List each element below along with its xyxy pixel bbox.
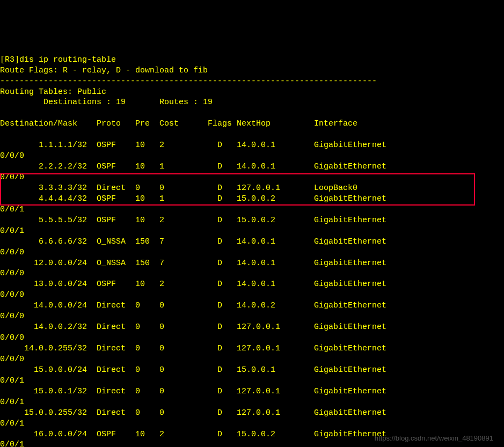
routing-table-body: 1.1.1.1/32 OSPF 10 2 D 14.0.0.1 GigabitE… xyxy=(0,140,504,447)
summary-line: Destinations : 19 Routes : 19 xyxy=(0,98,213,107)
command-line: [R3]dis ip routing-table xyxy=(0,55,116,64)
divider-line: ----------------------------------------… xyxy=(0,77,377,86)
route-flags-legend: Route Flags: R - relay, D - download to … xyxy=(0,66,208,75)
watermark-text: https://blog.csdn.net/weixin_48190891 xyxy=(375,434,493,443)
terminal-output: [R3]dis ip routing-table Route Flags: R … xyxy=(0,43,504,447)
table-title: Routing Tables: Public xyxy=(0,87,106,97)
table-header: Destination/Mask Proto Pre Cost Flags Ne… xyxy=(0,119,357,128)
